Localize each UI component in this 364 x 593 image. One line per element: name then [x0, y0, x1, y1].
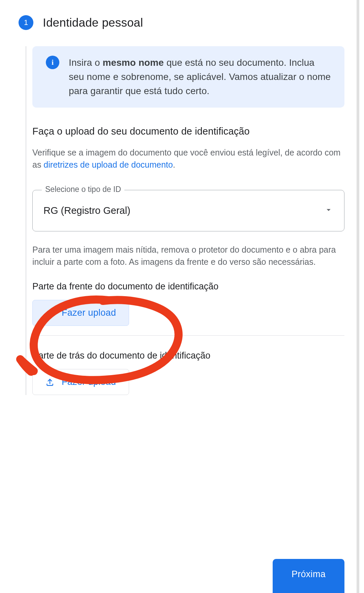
- id-type-select[interactable]: RG (Registro Geral): [32, 190, 344, 231]
- id-type-select-label: Selecione o tipo de ID: [42, 185, 124, 194]
- step-header: 1 Identidade pessoal: [19, 15, 364, 30]
- front-section-title: Parte da frente do documento de identifi…: [32, 281, 344, 292]
- step-number-badge: 1: [19, 15, 33, 30]
- upload-icon: [46, 309, 54, 317]
- info-icon: i: [46, 56, 59, 69]
- verify-text: Verifique se a imagem do documento que v…: [32, 146, 344, 171]
- info-text-bold: mesmo nome: [103, 57, 164, 68]
- step-title: Identidade pessoal: [43, 16, 143, 29]
- info-card: i Insira o mesmo nome que está no seu do…: [32, 46, 344, 108]
- info-text-before: Insira o: [69, 57, 103, 68]
- upload-icon: [46, 378, 54, 387]
- next-button-label: Próxima: [292, 569, 326, 579]
- upload-back-label: Fazer upload: [62, 377, 116, 387]
- step-number: 1: [24, 18, 28, 27]
- hint-text: Para ter uma imagem mais nítida, remova …: [32, 244, 344, 268]
- upload-front-label: Fazer upload: [62, 308, 116, 318]
- id-type-select-field: Selecione o tipo de ID RG (Registro Gera…: [32, 190, 344, 231]
- chevron-down-icon: [324, 205, 333, 216]
- upload-back-button[interactable]: Fazer upload: [32, 369, 129, 395]
- back-section-title: Parte de trás do documento de identifica…: [32, 350, 344, 361]
- verify-text-after: .: [173, 160, 175, 169]
- upload-front-button[interactable]: Fazer upload: [32, 300, 129, 326]
- info-text: Insira o mesmo nome que está no seu docu…: [69, 56, 331, 98]
- next-button[interactable]: Próxima: [273, 559, 344, 593]
- id-type-select-value: RG (Registro Geral): [43, 205, 130, 216]
- upload-heading: Faça o upload do seu documento de identi…: [32, 126, 344, 137]
- right-scrollbar-track: [357, 0, 359, 593]
- guidelines-link[interactable]: diretrizes de upload de documento: [43, 160, 173, 169]
- divider: [32, 335, 344, 336]
